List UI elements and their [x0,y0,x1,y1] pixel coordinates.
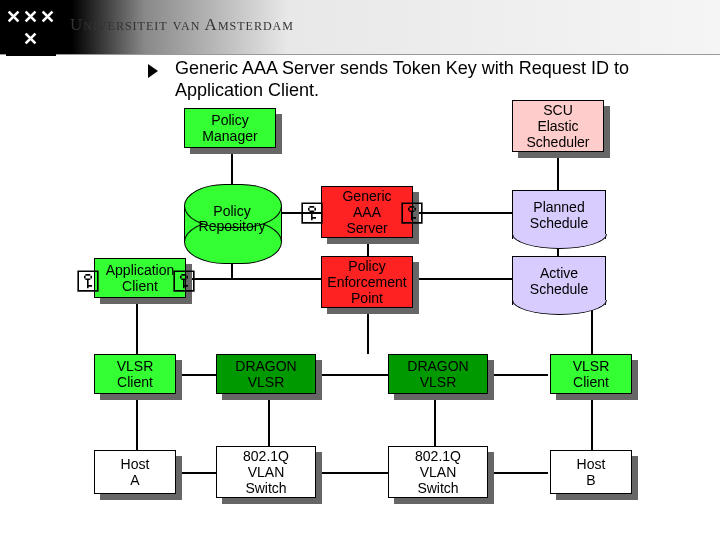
pep-node: PolicyEnforcementPoint [321,256,413,308]
vlan-switch-right: 802.1QVLANSwitch [388,446,488,498]
key-icon: ⚿ [172,266,198,297]
uva-logo: ✕✕✕ ✕ [6,0,56,56]
line [320,374,390,376]
planned-schedule-doc: PlannedSchedule [512,190,606,239]
scu-scheduler-node: SCUElasticScheduler [512,100,604,152]
line [591,396,593,450]
line [268,396,270,450]
key-icon: ⚿ [76,266,102,297]
line [413,212,513,214]
logo-glyph-top: ✕✕✕ [6,6,57,28]
vlsr-client-right: VLSRClient [550,354,632,394]
dragon-vlsr-left: DRAGONVLSR [216,354,316,394]
header-banner: ✕✕✕ ✕ Universiteit van Amsterdam [0,0,720,55]
host-a-node: HostA [94,450,176,494]
line [136,300,138,354]
policy-manager-node: PolicyManager [184,108,276,148]
university-name: Universiteit van Amsterdam [70,15,294,35]
key-icon: ⚿ [400,198,426,229]
architecture-diagram: PolicyManager SCUElasticScheduler Policy… [0,100,720,540]
logo-glyph-bot: ✕ [23,28,40,50]
line [413,278,513,280]
line [181,278,321,280]
line [320,472,390,474]
bullet-arrow-icon [148,64,158,78]
line [176,472,216,474]
host-b-node: HostB [550,450,632,494]
policy-repo-label: PolicyRepository [184,204,280,235]
key-icon: ⚿ [300,198,326,229]
slide-title: Generic AAA Server sends Token Key with … [175,58,695,101]
line [176,374,216,376]
vlsr-client-left: VLSRClient [94,354,176,394]
line [136,396,138,450]
line [434,396,436,450]
vlan-switch-left: 802.1QVLANSwitch [216,446,316,498]
dragon-vlsr-right: DRAGONVLSR [388,354,488,394]
active-schedule-doc: ActiveSchedule [512,256,606,305]
